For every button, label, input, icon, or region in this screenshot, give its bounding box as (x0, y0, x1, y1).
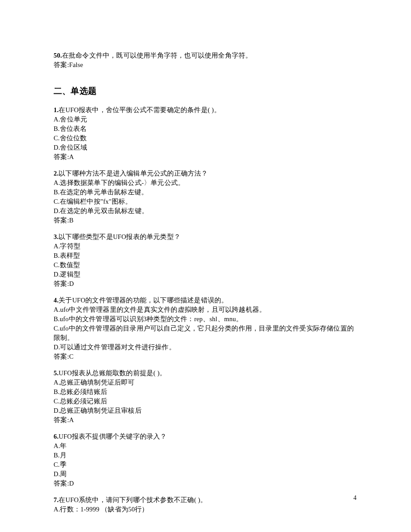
option: D.舍位区域 (54, 143, 357, 152)
answer-line: 答案:D (54, 479, 357, 488)
question-block-4: 4.关于UFO的文件管理器的功能，以下哪些描述是错误的。 A.ufo中文件管理器… (54, 296, 357, 361)
answer-line: 答案:A (54, 152, 357, 162)
option: A.总账正确填制凭证后即可 (54, 378, 357, 387)
option: B.月 (54, 451, 357, 460)
question-number: 7. (54, 496, 59, 503)
document-page: 50.在批命令文件中，既可以使用半角字符，也可以使用全角字符。 答案:False… (0, 0, 411, 514)
question-line: 7.在UFO系统中，请问下列哪个技术参数不正确( )。 (54, 495, 357, 505)
answer-line: 答案:A (54, 415, 357, 425)
question-line: 50.在批命令文件中，既可以使用半角字符，也可以使用全角字符。 (54, 51, 357, 60)
option: A.选择数据菜单下的编辑公式-〉单元公式。 (54, 178, 357, 188)
question-line: 4.关于UFO的文件管理器的功能，以下哪些描述是错误的。 (54, 296, 357, 305)
question-block-3: 3.以下哪些类型不是UFO报表的单元类型？ A.字符型 B.表样型 C.数值型 … (54, 232, 357, 289)
question-stem: 在批命令文件中，既可以使用半角字符，也可以使用全角字符。 (62, 52, 252, 59)
option: B.在选定的单元单击鼠标左键。 (54, 188, 357, 197)
question-stem: UFO报表从总账能取数的前提是( )。 (59, 369, 166, 377)
question-number: 50. (54, 52, 62, 59)
question-number: 6. (54, 433, 59, 440)
option: C.总账必须记账后 (54, 397, 357, 406)
options-group: A.年 B.月 C.季 D.周 (54, 441, 357, 479)
question-stem: UFO报表不提供哪个关键字的录入？ (59, 433, 167, 440)
question-line: 3.以下哪些类型不是UFO报表的单元类型？ (54, 232, 357, 242)
option: B.表样型 (54, 251, 357, 260)
option: D.总账正确填制凭证且审核后 (54, 406, 357, 415)
question-number: 1. (54, 106, 59, 113)
option: A.舍位单元 (54, 115, 357, 124)
option: A.字符型 (54, 242, 357, 251)
answer-line: 答案:D (54, 279, 357, 289)
question-block-7: 7.在UFO系统中，请问下列哪个技术参数不正确( )。 A.行数：1-9999 … (54, 495, 357, 514)
question-stem: 以下哪些类型不是UFO报表的单元类型？ (59, 233, 180, 240)
option: D.周 (54, 469, 357, 479)
question-number: 2. (54, 170, 59, 177)
options-group: A.ufo中文件管理器里的文件是真实文件的虚拟映射，且可以跨越机器。 B.ufo… (54, 305, 357, 352)
options-group: A.字符型 B.表样型 C.数值型 D.逻辑型 (54, 242, 357, 279)
question-number: 5. (54, 369, 59, 377)
answer-line: 答案:False (54, 60, 357, 70)
question-line: 1.在UFO报表中，舍位平衡公式不需要确定的条件是( )。 (54, 105, 357, 115)
option: C.季 (54, 460, 357, 469)
option: D.在选定的单元双击鼠标左键。 (54, 206, 357, 216)
option: C.ufo中的文件管理器的目录用户可以自己定义，它只起分类的作用，目录里的文件受… (54, 324, 357, 343)
option: B.总账必须结账后 (54, 387, 357, 397)
intro-question-50: 50.在批命令文件中，既可以使用半角字符，也可以使用全角字符。 答案:False (54, 51, 357, 70)
question-number: 4. (54, 297, 59, 304)
section-title: 二、单选题 (54, 85, 357, 97)
option: A.ufo中文件管理器里的文件是真实文件的虚拟映射，且可以跨越机器。 (54, 305, 357, 314)
option: A.行数：1-9999 （缺省为50行） (54, 505, 357, 514)
question-stem: 在UFO系统中，请问下列哪个技术参数不正确( )。 (59, 496, 207, 503)
option: C.舍位位数 (54, 134, 357, 143)
option: C.数值型 (54, 260, 357, 270)
question-block-1: 1.在UFO报表中，舍位平衡公式不需要确定的条件是( )。 A.舍位单元 B.舍… (54, 105, 357, 162)
option: B.舍位表名 (54, 124, 357, 134)
option: B.ufo中的文件管理器可以识别3种类型的文件：rep、shl、mnu。 (54, 314, 357, 324)
question-block-5: 5.UFO报表从总账能取数的前提是( )。 A.总账正确填制凭证后即可 B.总账… (54, 369, 357, 425)
question-block-2: 2.以下哪种方法不是进入编辑单元公式的正确方法？ A.选择数据菜单下的编辑公式-… (54, 169, 357, 225)
option: A.年 (54, 441, 357, 451)
question-number: 3. (54, 233, 59, 240)
question-stem: 以下哪种方法不是进入编辑单元公式的正确方法？ (59, 170, 208, 177)
question-block-6: 6.UFO报表不提供哪个关键字的录入？ A.年 B.月 C.季 D.周 答案:D (54, 432, 357, 488)
question-line: 2.以下哪种方法不是进入编辑单元公式的正确方法？ (54, 169, 357, 178)
options-group: A.行数：1-9999 （缺省为50行） (54, 505, 357, 514)
question-stem: 关于UFO的文件管理器的功能，以下哪些描述是错误的。 (59, 297, 228, 304)
question-line: 5.UFO报表从总账能取数的前提是( )。 (54, 369, 357, 378)
answer-line: 答案:C (54, 352, 357, 361)
option: D.逻辑型 (54, 270, 357, 279)
question-line: 6.UFO报表不提供哪个关键字的录入？ (54, 432, 357, 441)
options-group: A.选择数据菜单下的编辑公式-〉单元公式。 B.在选定的单元单击鼠标左键。 C.… (54, 178, 357, 216)
options-group: A.舍位单元 B.舍位表名 C.舍位位数 D.舍位区域 (54, 115, 357, 152)
option: D.可以通过文件管理器对文件进行操作。 (54, 343, 357, 352)
options-group: A.总账正确填制凭证后即可 B.总账必须结账后 C.总账必须记账后 D.总账正确… (54, 378, 357, 415)
page-number: 4 (353, 494, 356, 502)
question-stem: 在UFO报表中，舍位平衡公式不需要确定的条件是( )。 (59, 106, 221, 113)
option: C.在编辑栏中按"fx"图标。 (54, 197, 357, 206)
answer-line: 答案:B (54, 216, 357, 225)
